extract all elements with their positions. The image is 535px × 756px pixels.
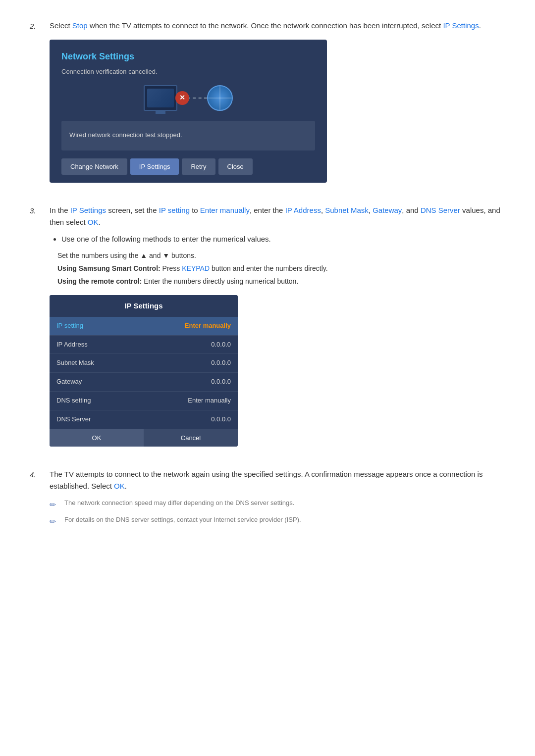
ip-address-ref: IP Address xyxy=(285,206,321,214)
step-4-text: The TV attempts to connect to the networ… xyxy=(50,468,505,492)
step-2: 2. Select Stop when the TV attempts to c… xyxy=(30,20,505,193)
globe-lines xyxy=(208,86,232,110)
ip-cancel-button[interactable]: Cancel xyxy=(144,429,238,447)
step-3-content: In the IP Settings screen, set the IP se… xyxy=(50,204,505,456)
tv-screen xyxy=(147,89,174,107)
ip-setting-value: Enter manually xyxy=(153,317,238,335)
step-3-text: In the IP Settings screen, set the IP se… xyxy=(50,204,505,228)
ok-ref: OK xyxy=(88,218,99,226)
empty-space xyxy=(30,544,505,643)
close-button[interactable]: Close xyxy=(218,158,253,175)
samsung-label: Using Samsung Smart Control: xyxy=(57,264,160,272)
ip-settings-table: IP setting Enter manually IP Address 0.0… xyxy=(50,317,238,429)
subnet-mask-label: Subnet Mask xyxy=(50,354,153,373)
pencil-icon-1: ✏ xyxy=(50,498,59,511)
subnet-mask-row: Subnet Mask 0.0.0.0 xyxy=(50,354,238,373)
ip-settings-box: IP Settings IP setting Enter manually IP… xyxy=(50,295,238,447)
pencil-icon-2: ✏ xyxy=(50,515,59,528)
subnet-mask-value: 0.0.0.0 xyxy=(153,354,238,373)
step-2-number: 2. xyxy=(30,20,44,193)
dotted-line xyxy=(187,98,207,99)
ip-setting-label: IP setting xyxy=(50,317,153,335)
dns-server-label: DNS Server xyxy=(50,410,153,429)
note-2: ✏ For details on the DNS server settings… xyxy=(50,515,505,528)
remote-label: Using the remote control: xyxy=(57,277,142,285)
indent-block: Set the numbers using the ▲ and ▼ button… xyxy=(50,250,505,287)
step-4-content: The TV attempts to connect to the networ… xyxy=(50,468,505,532)
note-1: ✏ The network connection speed may diffe… xyxy=(50,498,505,511)
note-1-text: The network connection speed may differ … xyxy=(64,498,294,508)
stop-link: Stop xyxy=(72,21,88,30)
up-down-buttons-text: Set the numbers using the ▲ and ▼ button… xyxy=(57,250,505,261)
subnet-mask-ref: Subnet Mask xyxy=(325,206,369,214)
change-network-button[interactable]: Change Network xyxy=(61,158,127,175)
step-3-number: 3. xyxy=(30,204,44,456)
dns-server-row: DNS Server 0.0.0.0 xyxy=(50,410,238,429)
ip-setting-ref: IP setting xyxy=(159,206,190,214)
network-settings-box: Network Settings Connection verification… xyxy=(50,40,327,183)
ip-setting-row: IP setting Enter manually xyxy=(50,317,238,335)
methods-list: Use one of the following methods to ente… xyxy=(50,233,505,245)
step-2-text: Select Stop when the TV attempts to conn… xyxy=(50,20,505,32)
ip-settings-button[interactable]: IP Settings xyxy=(130,158,179,175)
ip-action-buttons: OK Cancel xyxy=(50,429,238,447)
dns-server-value: 0.0.0.0 xyxy=(153,410,238,429)
network-message-box: Wired network connection test stopped. xyxy=(61,121,315,151)
gateway-label: Gateway xyxy=(50,373,153,392)
network-settings-title: Network Settings xyxy=(61,50,315,64)
dns-setting-label: DNS setting xyxy=(50,391,153,410)
ip-address-row: IP Address 0.0.0.0 xyxy=(50,335,238,354)
network-buttons: Change Network IP Settings Retry Close xyxy=(61,158,315,175)
step-4: 4. The TV attempts to connect to the net… xyxy=(30,468,505,532)
network-diagram: ✕ xyxy=(61,85,315,111)
enter-manually-ref: Enter manually xyxy=(200,206,250,214)
ip-settings-ref: IP Settings xyxy=(70,206,106,214)
ip-address-label: IP Address xyxy=(50,335,153,354)
ip-ok-button[interactable]: OK xyxy=(50,429,144,447)
keypad-ref: KEYPAD xyxy=(182,264,210,272)
note-2-text: For details on the DNS server settings, … xyxy=(64,515,301,525)
notes-section: ✏ The network connection speed may diffe… xyxy=(50,498,505,528)
dns-setting-row: DNS setting Enter manually xyxy=(50,391,238,410)
gateway-value: 0.0.0.0 xyxy=(153,373,238,392)
ok-step4-ref: OK xyxy=(114,482,125,490)
step-3: 3. In the IP Settings screen, set the IP… xyxy=(30,204,505,456)
ip-settings-link-step2: IP Settings xyxy=(443,21,479,30)
gateway-ref: Gateway xyxy=(373,206,402,214)
samsung-smart-control-text: Using Samsung Smart Control: Press KEYPA… xyxy=(57,263,505,274)
remote-control-text: Using the remote control: Enter the numb… xyxy=(57,276,505,287)
step-4-number: 4. xyxy=(30,468,44,532)
dns-setting-value: Enter manually xyxy=(153,391,238,410)
x-mark-icon: ✕ xyxy=(175,91,189,105)
methods-list-item: Use one of the following methods to ente… xyxy=(61,233,505,245)
dns-server-ref: DNS Server xyxy=(421,206,460,214)
ip-address-value: 0.0.0.0 xyxy=(153,335,238,354)
globe-icon xyxy=(207,85,233,111)
tv-icon xyxy=(144,85,177,111)
ip-settings-box-title: IP Settings xyxy=(50,295,238,317)
retry-button[interactable]: Retry xyxy=(182,158,215,175)
gateway-row: Gateway 0.0.0.0 xyxy=(50,373,238,392)
network-settings-subtitle: Connection verification cancelled. xyxy=(61,67,315,77)
step-2-content: Select Stop when the TV attempts to conn… xyxy=(50,20,505,193)
